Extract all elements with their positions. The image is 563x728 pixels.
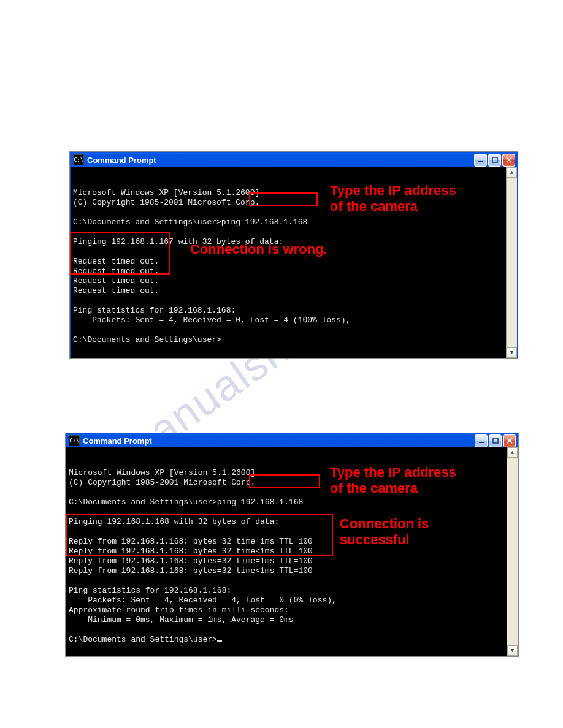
output-line: Reply from 192.168.1.168: bytes=32 time<…: [69, 547, 313, 556]
minimize-icon: [478, 438, 484, 444]
output-line: Request timed out.: [73, 276, 159, 286]
svg-rect-2: [479, 442, 484, 443]
terminal-output: ▲ ▼ Microsoft Windows XP [Version 5.1.26…: [66, 447, 518, 656]
output-line: (C) Copyright 1985-2001 Microsoft Corp.: [73, 198, 259, 207]
output-line: Pinging 192.168.1.167 with 32 bytes of d…: [73, 237, 283, 246]
output-line: Pinging 192.168.1.168 with 32 bytes of d…: [69, 517, 279, 526]
window-title: Command Prompt: [87, 156, 473, 165]
output-line: Reply from 192.168.1.168: bytes=32 time<…: [69, 566, 313, 575]
scrollbar[interactable]: ▲ ▼: [507, 447, 518, 656]
scroll-up-icon[interactable]: ▲: [507, 167, 517, 178]
output-line: Ping statistics for 192.168.1.168:: [69, 586, 231, 595]
maximize-icon: [492, 157, 498, 163]
output-line: Packets: Sent = 4, Received = 0, Lost = …: [73, 316, 350, 325]
prompt-text: C:\Documents and Settings\user>ping: [69, 498, 241, 507]
output-line: Microsoft Windows XP [Version 5.1.2600]: [73, 188, 259, 197]
output-line: C:\Documents and Settings\user>ping 192.…: [69, 498, 303, 507]
output-line: (C) Copyright 1985-2001 Microsoft Corp.: [69, 478, 255, 487]
prompt-text: C:\Documents and Settings\user>: [69, 635, 217, 644]
maximize-icon: [492, 438, 499, 444]
output-line: Request timed out.: [73, 286, 159, 295]
cmd-window-1: C:\ Command Prompt ▲ ▼ Microsoft Windows…: [70, 152, 518, 358]
svg-rect-0: [478, 161, 483, 162]
scroll-down-icon[interactable]: ▼: [507, 347, 517, 358]
cmd-icon: C:\: [73, 154, 84, 165]
titlebar[interactable]: C:\ Command Prompt: [66, 434, 518, 447]
ping-ip: 192.168.1.168: [241, 498, 303, 507]
output-line: Minimum = 0ms, Maximum = 1ms, Average = …: [69, 615, 294, 624]
output-line: Reply from 192.168.1.168: bytes=32 time=…: [69, 556, 313, 566]
scroll-up-icon[interactable]: ▲: [507, 447, 518, 458]
svg-rect-3: [493, 438, 498, 443]
output-line: C:\Documents and Settings\user>: [69, 635, 222, 644]
output-line: Request timed out.: [73, 267, 159, 276]
output-line: Request timed out.: [73, 257, 159, 266]
ping-ip: 192.168.1.168: [245, 218, 307, 227]
output-line: C:\Documents and Settings\user>ping 192.…: [73, 218, 307, 227]
scrollbar[interactable]: ▲ ▼: [506, 167, 517, 358]
cmd-icon: C:\: [69, 435, 80, 446]
minimize-icon: [478, 157, 484, 163]
scroll-down-icon[interactable]: ▼: [507, 645, 518, 656]
maximize-button[interactable]: [489, 434, 502, 447]
titlebar[interactable]: C:\ Command Prompt: [71, 153, 517, 167]
output-line: Approximate round trip times in milli-se…: [69, 605, 289, 615]
close-icon: [507, 438, 513, 444]
terminal-output: ▲ ▼ Microsoft Windows XP [Version 5.1.26…: [71, 167, 517, 358]
window-title: Command Prompt: [83, 436, 473, 446]
prompt-text: C:\Documents and Settings\user>: [73, 335, 221, 344]
close-icon: [506, 157, 512, 163]
output-line: Ping statistics for 192.168.1.168:: [73, 306, 236, 315]
output-line: Microsoft Windows XP [Version 5.1.2600]: [69, 468, 255, 477]
cursor-icon: [217, 640, 222, 642]
minimize-button[interactable]: [474, 154, 487, 167]
output-line: C:\Documents and Settings\user>: [73, 335, 221, 344]
minimize-button[interactable]: [475, 434, 488, 447]
close-button[interactable]: [503, 434, 516, 447]
svg-rect-1: [492, 157, 497, 162]
close-button[interactable]: [502, 154, 515, 167]
output-line: Packets: Sent = 4, Received = 4, Lost = …: [69, 596, 337, 605]
output-line: Reply from 192.168.1.168: bytes=32 time=…: [69, 537, 313, 546]
maximize-button[interactable]: [488, 154, 501, 167]
prompt-text: C:\Documents and Settings\user>ping: [73, 218, 245, 227]
cmd-window-2: C:\ Command Prompt ▲ ▼ Microsoft Windows…: [66, 433, 518, 656]
document-page: manualshive.com C:\ Command Prompt ▲ ▼ M…: [0, 0, 563, 728]
